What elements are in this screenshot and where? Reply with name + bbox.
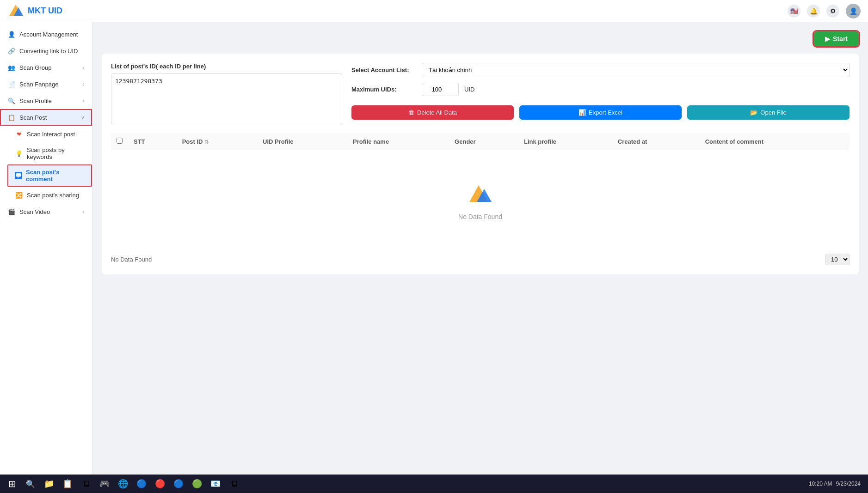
sidebar-label-scan-interact-post: Scan interact post [27,131,75,138]
excel-icon: 📊 [579,109,586,116]
delete-all-button[interactable]: 🗑 Delete All Data [351,105,514,120]
sidebar-label-scan-fanpage: Scan Fanpage [19,81,59,88]
th-stt: STT [128,133,177,150]
no-data-container: No Data Found [111,150,850,248]
svg-rect-2 [16,173,21,177]
post-ids-textarea[interactable]: 1239871298373 [111,73,342,124]
taskbar-start-button[interactable]: ⊞ [4,475,20,492]
taskbar-left: ⊞ 🔍 📁 📋 🖥 🎮 🌐 🔵 🔴 🔵 🟢 📧 🖥 [4,475,242,492]
sidebar-item-scan-posts-keywords[interactable]: 💡 Scan posts by keywords [7,142,92,164]
sidebar-label-scan-group: Scan Group [19,64,51,71]
select-all-checkbox[interactable] [117,138,123,144]
taskbar-app8[interactable]: 🟢 [189,475,205,492]
th-post-id[interactable]: Post ID [177,133,257,150]
taskbar-date: 9/23/2024 [836,481,861,487]
action-buttons: 🗑 Delete All Data 📊 Export Excel 📂 Open … [351,105,850,120]
sidebar-item-account-management[interactable]: 👤 Account Management [0,26,92,43]
no-data-icon [466,178,495,207]
th-checkbox [111,133,128,150]
top-section: List of post's ID( each ID per line) 123… [111,63,850,126]
no-data-text: No Data Found [458,213,502,220]
select-account-row: Select Account List: Tài khoản chính [351,63,850,77]
sidebar-item-scan-group[interactable]: 👥 Scan Group › [0,59,92,76]
th-created-at: Created at [612,133,700,150]
sidebar-item-scan-fanpage[interactable]: 📄 Scan Fanpage › [0,76,92,92]
th-profile-name: Profile name [347,133,449,150]
sidebar-label-scan-posts-comment: Scan post's comment [26,169,85,183]
sidebar-label-scan-video: Scan Video [19,208,50,215]
select-account-label: Select Account List: [351,67,416,73]
post-ids-area: List of post's ID( each ID per line) 123… [111,63,342,126]
app-body: 👤 Account Management 🔗 Converting link t… [0,22,868,475]
scan-group-chevron: › [83,65,85,70]
taskbar-app10[interactable]: 🖥 [226,475,242,492]
sidebar: 👤 Account Management 🔗 Converting link t… [0,22,92,475]
sidebar-sub-scan-post: ❤ Scan interact post 💡 Scan posts by key… [0,126,92,203]
topbar-left: MKT UID [7,3,62,19]
delete-icon: 🗑 [408,109,414,116]
gear-icon[interactable]: ⚙ [826,5,839,18]
taskbar-time: 10:20 AM [809,481,832,487]
svg-marker-3 [17,177,18,178]
sidebar-item-scan-video[interactable]: 🎬 Scan Video › [0,203,92,220]
post-ids-label: List of post's ID( each ID per line) [111,63,342,70]
bell-icon[interactable]: 🔔 [807,5,820,18]
results-table: STT Post ID UID Profile Profile name Gen… [111,133,850,150]
open-file-button[interactable]: 📂 Open File [687,105,850,120]
account-select[interactable]: Tài khoản chính [422,63,850,77]
sidebar-item-scan-posts-sharing[interactable]: 🔀 Scan post's sharing [7,187,92,203]
taskbar-app3[interactable]: 🎮 [96,475,113,492]
start-button[interactable]: ▶ Start [814,31,859,46]
maximum-uids-label: Maximum UIDs: [351,86,416,93]
th-link-profile: Link profile [518,133,612,150]
page-size-select[interactable]: 10 20 50 [825,254,850,265]
account-icon: 👤 [7,30,16,38]
start-play-icon: ▶ [825,35,830,43]
sidebar-item-converting-link[interactable]: 🔗 Converting link to UID [0,43,92,59]
taskbar-app9[interactable]: 📧 [207,475,224,492]
scan-fanpage-chevron: › [83,81,85,87]
taskbar-app6[interactable]: 🔴 [152,475,168,492]
start-label: Start [833,35,848,43]
sidebar-label-scan-posts-keywords: Scan posts by keywords [27,146,85,160]
sidebar-label-scan-profile: Scan Profile [19,97,52,104]
taskbar-app4[interactable]: 🌐 [115,475,131,492]
main-card: List of post's ID( each ID per line) 123… [102,54,859,274]
scan-post-chevron: ∨ [81,115,85,121]
sidebar-item-scan-post[interactable]: 📋 Scan Post ∨ [0,109,92,126]
maximum-uids-input[interactable] [422,83,459,96]
taskbar-app7[interactable]: 🔵 [170,475,187,492]
flag-icon[interactable]: 🇺🇸 [788,5,800,18]
sidebar-item-scan-interact-post[interactable]: ❤ Scan interact post [7,126,92,142]
th-gender: Gender [449,133,518,150]
taskbar-app1[interactable]: 📋 [59,475,76,492]
maximum-uids-row: Maximum UIDs: UID [351,83,850,96]
group-icon: 👥 [7,63,16,72]
scan-profile-chevron: › [83,98,85,103]
heart-icon: ❤ [15,130,23,138]
uid-suffix: UID [464,86,474,93]
sidebar-item-scan-profile[interactable]: 🔍 Scan Profile › [0,92,92,109]
taskbar-right: 10:20 AM 9/23/2024 [809,481,864,487]
topbar-right: 🇺🇸 🔔 ⚙ 👤 [788,4,861,18]
taskbar-files-button[interactable]: 📁 [41,475,57,492]
logo-icon [7,3,24,19]
main-content: ▶ Start List of post's ID( each ID per l… [92,22,868,475]
taskbar-app2[interactable]: 🖥 [78,475,94,492]
th-content-of-comment: Content of comment [700,133,850,150]
sidebar-item-scan-posts-comment[interactable]: Scan post's comment [7,164,92,187]
bulb-icon: 💡 [15,149,23,158]
table-container: STT Post ID UID Profile Profile name Gen… [111,133,850,265]
avatar-icon[interactable]: 👤 [846,4,861,18]
export-excel-button[interactable]: 📊 Export Excel [519,105,682,120]
link-icon: 🔗 [7,47,16,55]
table-header-row: STT Post ID UID Profile Profile name Gen… [111,133,850,150]
profile-icon: 🔍 [7,97,16,105]
sidebar-label-account-management: Account Management [19,31,78,38]
taskbar-app5[interactable]: 🔵 [133,475,150,492]
export-excel-label: Export Excel [589,109,622,116]
start-btn-wrapper: ▶ Start [102,31,859,46]
scan-post-icon: 📋 [7,113,16,122]
share-icon: 🔀 [15,191,23,199]
taskbar-search-button[interactable]: 🔍 [22,475,39,492]
